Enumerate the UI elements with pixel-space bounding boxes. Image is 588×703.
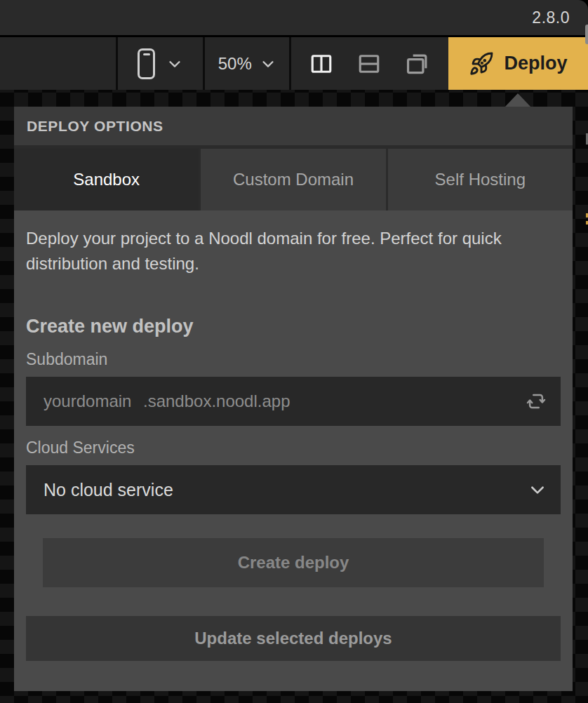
cascade-windows-button[interactable] <box>404 51 431 77</box>
screen-edge-artifact <box>585 25 588 44</box>
subdomain-suffix: .sandbox.noodl.app <box>143 391 290 411</box>
tab-sandbox[interactable]: Sandbox <box>14 149 199 210</box>
split-rows-button[interactable] <box>356 51 382 76</box>
phone-icon <box>138 48 155 79</box>
rocket-icon <box>469 51 494 76</box>
split-columns-icon <box>309 51 334 76</box>
cloud-services-label: Cloud Services <box>26 438 561 457</box>
toolbar: 50% Deploy <box>0 37 588 90</box>
cascade-windows-icon <box>404 51 431 77</box>
subdomain-field[interactable]: .sandbox.noodl.app <box>26 377 561 426</box>
deploy-button[interactable]: Deploy <box>448 37 588 90</box>
subdomain-input[interactable] <box>44 391 143 411</box>
split-columns-button[interactable] <box>309 51 334 76</box>
app-version-label: 2.8.0 <box>532 8 588 27</box>
deploy-tabs: Sandbox Custom Domain Self Hosting <box>14 149 573 210</box>
toolbar-empty-section <box>0 37 116 90</box>
popup-header: DEPLOY OPTIONS <box>14 107 573 145</box>
popup-body: Deploy your project to a Noodl domain fo… <box>14 210 573 691</box>
popup-caret <box>505 93 531 107</box>
cloud-services-selected-value: No cloud service <box>44 480 173 500</box>
deploy-button-label: Deploy <box>504 53 567 74</box>
update-deploys-button[interactable]: Update selected deploys <box>26 616 561 661</box>
tab-custom-domain[interactable]: Custom Domain <box>201 149 385 210</box>
subdomain-label: Subdomain <box>26 350 561 369</box>
device-preview-button[interactable] <box>118 37 202 90</box>
refresh-icon[interactable] <box>526 391 547 412</box>
create-deploy-button[interactable]: Create deploy <box>43 538 544 587</box>
titlebar: 2.8.0 <box>0 0 588 35</box>
view-layout-buttons <box>291 37 448 90</box>
zoom-level-button[interactable]: 50% <box>205 37 289 90</box>
cloud-services-select[interactable]: No cloud service <box>26 465 561 514</box>
chevron-down-icon <box>528 481 547 499</box>
create-new-deploy-heading: Create new deploy <box>26 316 561 337</box>
deploy-description: Deploy your project to a Noodl domain fo… <box>26 226 545 276</box>
split-rows-icon <box>356 51 382 76</box>
chevron-down-icon <box>260 56 276 72</box>
zoom-level-label: 50% <box>218 54 252 74</box>
chevron-down-icon <box>167 56 182 72</box>
popup-title: DEPLOY OPTIONS <box>27 118 163 135</box>
deploy-options-popup: DEPLOY OPTIONS Sandbox Custom Domain Sel… <box>14 107 573 691</box>
tab-self-hosting[interactable]: Self Hosting <box>388 149 573 210</box>
app-window: 2.8.0 50% <box>0 0 588 703</box>
canvas-background: DEPLOY OPTIONS Sandbox Custom Domain Sel… <box>0 90 588 703</box>
